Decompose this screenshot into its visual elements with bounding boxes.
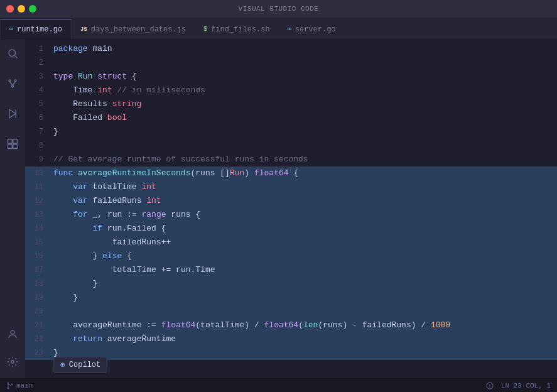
line-number: 22 xyxy=(25,332,53,346)
code-line-11: 11 var totalTime int xyxy=(25,180,557,194)
tab-bar: ∞ runtime.go JS days_between_dates.js $ … xyxy=(0,18,557,40)
traffic-lights xyxy=(6,5,36,13)
code-line-8: 8 xyxy=(25,139,557,153)
code-line-18: 18 } xyxy=(25,277,557,291)
tab-label-server: server.go xyxy=(295,25,336,34)
svg-line-1 xyxy=(14,55,17,58)
maximize-button[interactable] xyxy=(29,5,36,13)
line-number: 3 xyxy=(25,70,53,84)
svg-marker-7 xyxy=(9,109,16,118)
tab-server-go[interactable]: ∞ server.go xyxy=(279,19,345,39)
go-icon: ∞ xyxy=(9,26,13,33)
minimize-button[interactable] xyxy=(18,5,25,13)
line-content: } xyxy=(53,346,552,360)
line-number: 8 xyxy=(25,139,53,153)
code-line-10: 10 func averageRuntimeInSeconds(runs []R… xyxy=(25,166,557,180)
copilot-label: Copilot xyxy=(69,361,100,369)
search-icon[interactable] xyxy=(4,45,21,62)
svg-point-16 xyxy=(8,388,9,389)
line-number: 17 xyxy=(25,263,53,277)
copilot-button[interactable]: ⊕ Copilot xyxy=(53,357,107,373)
svg-point-3 xyxy=(14,80,16,82)
go-icon-2: ∞ xyxy=(288,26,291,33)
activity-bar xyxy=(0,40,25,378)
svg-point-17 xyxy=(11,384,13,385)
line-content: totalTime += run.Time xyxy=(53,263,552,277)
copilot-icon: ⊕ xyxy=(60,360,65,370)
line-content: for _, run := range runs { xyxy=(53,208,552,222)
code-line-21: 21 averageRuntime := float64(totalTime) … xyxy=(25,318,557,332)
svg-rect-11 xyxy=(8,144,13,149)
svg-rect-9 xyxy=(8,139,13,144)
tab-find-files[interactable]: $ find_files.sh xyxy=(195,19,279,39)
line-content: var failedRuns int xyxy=(53,194,552,208)
svg-rect-10 xyxy=(13,139,18,144)
line-content: Results string xyxy=(53,97,552,111)
tab-label-runtime: runtime.go xyxy=(17,25,62,34)
app-title: Visual Studio Code xyxy=(239,5,319,13)
activity-bar-bottom xyxy=(4,325,21,378)
editor-container: 1 package main 2 3 type Run struct { 4 T… xyxy=(0,40,557,378)
line-content: type Run struct { xyxy=(53,70,552,84)
line-content: func averageRuntimeInSeconds(runs []Run)… xyxy=(53,166,552,180)
line-number: 7 xyxy=(25,125,53,139)
code-line-1: 1 package main xyxy=(25,42,557,56)
svg-point-2 xyxy=(9,80,11,82)
branch-name: main xyxy=(16,382,33,389)
settings-icon[interactable] xyxy=(4,353,21,371)
code-editor[interactable]: 1 package main 2 3 type Run struct { 4 T… xyxy=(25,40,557,378)
line-number: 14 xyxy=(25,222,53,236)
code-line-3: 3 type Run struct { xyxy=(25,70,557,84)
account-icon[interactable] xyxy=(4,325,21,343)
status-right: LN 23 COL, 1 xyxy=(486,382,551,389)
line-number: 4 xyxy=(25,84,53,97)
branch-icon xyxy=(6,382,14,389)
line-number: 20 xyxy=(25,305,53,318)
title-bar: Visual Studio Code xyxy=(0,0,557,18)
debug-icon[interactable] xyxy=(4,105,21,122)
line-number: 11 xyxy=(25,180,53,194)
cursor-position[interactable]: LN 23 COL, 1 xyxy=(501,382,551,389)
line-content: // Get average runtime of successful run… xyxy=(53,153,552,166)
line-number: 5 xyxy=(25,97,53,111)
line-number: 9 xyxy=(25,153,53,166)
line-number: 6 xyxy=(25,111,53,125)
line-number: 12 xyxy=(25,194,53,208)
code-line-14: 14 if run.Failed { xyxy=(25,222,557,236)
status-bar: main ⊕ Copilot LN 23 COL, 1 xyxy=(0,378,557,392)
line-content: var totalTime int xyxy=(53,180,552,194)
sh-icon: $ xyxy=(203,26,207,33)
line-content: } xyxy=(53,125,552,139)
svg-point-0 xyxy=(9,50,16,57)
line-content: if run.Failed { xyxy=(53,222,552,236)
line-content: failedRuns++ xyxy=(53,236,552,249)
line-number: 15 xyxy=(25,236,53,249)
extensions-icon[interactable] xyxy=(4,135,21,153)
tab-runtime-go[interactable]: ∞ runtime.go xyxy=(0,19,72,39)
close-button[interactable] xyxy=(6,5,14,13)
tab-days-between-dates[interactable]: JS days_between_dates.js xyxy=(72,19,195,39)
code-line-22: 22 return averageRuntime xyxy=(25,332,557,346)
line-content: Time int // in milliseconds xyxy=(53,84,552,97)
line-number: 1 xyxy=(25,42,53,56)
line-number: 16 xyxy=(25,249,53,263)
code-line-16: 16 } else { xyxy=(25,249,557,263)
line-content: } xyxy=(53,277,552,291)
status-left: main xyxy=(6,382,33,389)
line-content: package main xyxy=(53,42,552,56)
line-content: Failed bool xyxy=(53,111,552,125)
line-content: } else { xyxy=(53,249,552,263)
svg-rect-12 xyxy=(13,144,18,149)
line-number: 18 xyxy=(25,277,53,291)
code-line-9: 9 // Get average runtime of successful r… xyxy=(25,153,557,166)
tab-label-find: find_files.sh xyxy=(211,25,270,34)
svg-point-13 xyxy=(11,330,14,334)
line-content: averageRuntime := float64(totalTime) / f… xyxy=(53,318,552,332)
source-control-icon[interactable] xyxy=(4,75,21,92)
code-line-4: 4 Time int // in milliseconds xyxy=(25,84,557,97)
line-number: 19 xyxy=(25,291,53,305)
code-line-15: 15 failedRuns++ xyxy=(25,236,557,249)
code-line-20: 20 xyxy=(25,305,557,318)
copilot-status[interactable] xyxy=(486,382,494,389)
branch-indicator[interactable]: main xyxy=(6,382,33,389)
